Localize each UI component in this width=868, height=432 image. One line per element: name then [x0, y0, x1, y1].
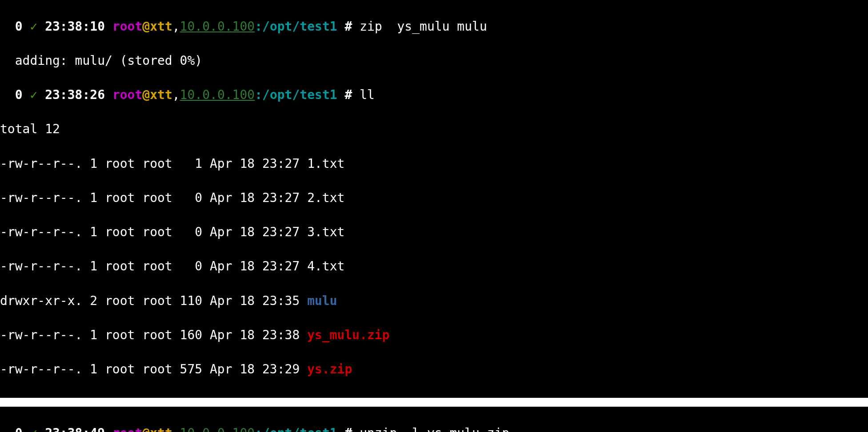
colon: : [255, 19, 262, 34]
comma: , [172, 426, 180, 432]
prompt-line-2[interactable]: 0 ✓ 23:38:26 root@xtt,10.0.0.100:/opt/te… [0, 87, 868, 104]
time: 23:38:26 [45, 87, 105, 102]
path: /opt/test1 [262, 426, 337, 432]
output-line: adding: mulu/ (stored 0%) [0, 52, 868, 70]
prompt-line-1[interactable]: 0 ✓ 23:38:10 root@xtt,10.0.0.100:/opt/te… [0, 18, 868, 36]
ll-row: -rw-r--r--. 1 root root 160 Apr 18 23:38… [0, 327, 868, 344]
hash: # [337, 87, 360, 102]
ll-name: 2.txt [307, 190, 344, 205]
ll-meta: -rw-r--r--. 1 root root 0 Apr 18 23:27 [0, 190, 307, 205]
hash: # [337, 19, 360, 34]
comma: , [172, 87, 180, 102]
ll-row: -rw-r--r--. 1 root root 1 Apr 18 23:27 1… [0, 155, 868, 173]
check-icon: ✓ [30, 87, 37, 102]
terminal-block-1[interactable]: 0 ✓ 23:38:10 root@xtt,10.0.0.100:/opt/te… [0, 0, 868, 398]
path: /opt/test1 [262, 87, 337, 102]
ll-meta: -rw-r--r--. 1 root root 160 Apr 18 23:38 [0, 328, 307, 342]
colon: : [255, 87, 262, 102]
ll-meta: -rw-r--r--. 1 root root 0 Apr 18 23:27 [0, 259, 307, 273]
ll-total: total 12 [0, 121, 868, 138]
ll-row: -rw-r--r--. 1 root root 0 Apr 18 23:27 4… [0, 258, 868, 275]
hash: # [337, 426, 360, 432]
user: root [112, 19, 142, 34]
command-text: unzip -l ys_mulu.zip [360, 426, 509, 432]
host: xtt [150, 87, 172, 102]
check-icon: ✓ [30, 19, 37, 34]
host: xtt [150, 19, 172, 34]
at: @ [142, 19, 150, 34]
ip: 10.0.0.100 [180, 426, 255, 432]
ll-name: 3.txt [307, 225, 344, 239]
at: @ [142, 87, 150, 102]
block-separator [0, 398, 868, 407]
exit-code: 0 [15, 87, 23, 102]
ll-row: -rw-r--r--. 1 root root 0 Apr 18 23:27 2… [0, 190, 868, 207]
ll-name: ys.zip [307, 362, 352, 377]
host: xtt [150, 426, 172, 432]
comma: , [172, 19, 180, 34]
ll-meta: drwxr-xr-x. 2 root root 110 Apr 18 23:35 [0, 293, 307, 308]
terminal-block-2[interactable]: 0 ✓ 23:38:49 root@xtt,10.0.0.100:/opt/te… [0, 407, 868, 432]
user: root [112, 87, 142, 102]
user: root [112, 426, 142, 432]
ll-name: 1.txt [307, 156, 344, 171]
path: /opt/test1 [262, 19, 337, 34]
ll-row: drwxr-xr-x. 2 root root 110 Apr 18 23:35… [0, 293, 868, 310]
ip: 10.0.0.100 [180, 87, 255, 102]
prompt-line-3[interactable]: 0 ✓ 23:38:49 root@xtt,10.0.0.100:/opt/te… [0, 425, 868, 432]
time: 23:38:10 [45, 19, 105, 34]
exit-code: 0 [15, 19, 23, 34]
ll-meta: -rw-r--r--. 1 root root 575 Apr 18 23:29 [0, 362, 307, 377]
check-icon: ✓ [30, 426, 37, 432]
colon: : [255, 426, 262, 432]
ll-meta: -rw-r--r--. 1 root root 1 Apr 18 23:27 [0, 156, 307, 171]
ll-name: 4.txt [307, 259, 344, 273]
ll-name: mulu [307, 293, 337, 308]
at: @ [142, 426, 150, 432]
command-text: ll [360, 87, 375, 102]
time: 23:38:49 [45, 426, 105, 432]
ll-meta: -rw-r--r--. 1 root root 0 Apr 18 23:27 [0, 225, 307, 239]
command-text: zip ys_mulu mulu [360, 19, 487, 34]
ll-name: ys_mulu.zip [307, 328, 389, 342]
ip: 10.0.0.100 [180, 19, 255, 34]
ll-row: -rw-r--r--. 1 root root 0 Apr 18 23:27 3… [0, 224, 868, 241]
ll-row: -rw-r--r--. 1 root root 575 Apr 18 23:29… [0, 361, 868, 378]
exit-code: 0 [15, 426, 23, 432]
